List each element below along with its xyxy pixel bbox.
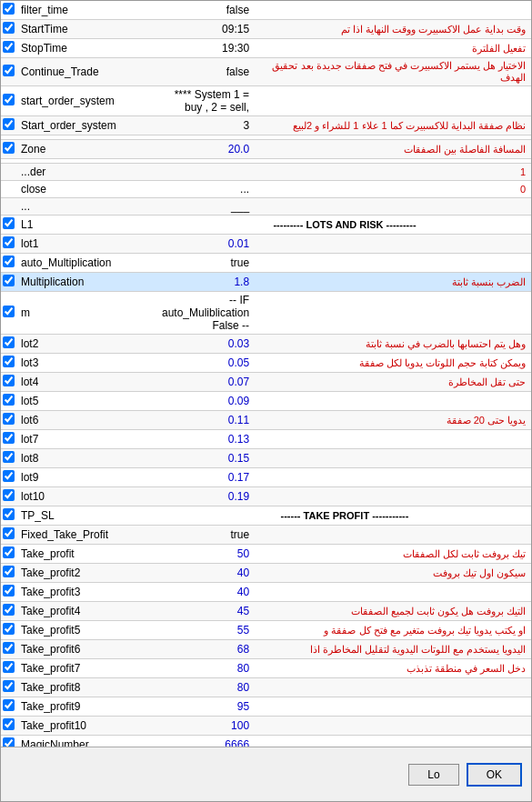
row-value[interactable]: true xyxy=(158,254,253,273)
row-value[interactable]: 55 xyxy=(158,621,253,640)
row-value[interactable]: 40 xyxy=(158,564,253,583)
row-name: Take_profit8 xyxy=(17,678,158,697)
row-checkbox[interactable] xyxy=(3,566,15,577)
row-description xyxy=(253,235,531,254)
row-checkbox[interactable] xyxy=(3,470,15,482)
ok-button[interactable]: OK xyxy=(467,763,522,787)
row-checkbox[interactable] xyxy=(3,394,15,406)
row-value[interactable]: 6666 xyxy=(158,736,253,747)
row-checkbox[interactable] xyxy=(3,3,15,15)
row-checkbox[interactable] xyxy=(3,508,15,520)
row-checkbox-cell xyxy=(1,39,17,58)
row-value[interactable]: 68 xyxy=(158,640,253,659)
row-value[interactable]: ------ TAKE PROFIT ----------- xyxy=(158,506,531,526)
row-name: Take_profit9 xyxy=(17,697,158,717)
row-checkbox[interactable] xyxy=(3,142,15,154)
row-checkbox[interactable] xyxy=(3,718,15,730)
row-checkbox[interactable] xyxy=(3,451,15,463)
row-value[interactable]: 45 xyxy=(158,602,253,621)
row-value[interactable]: true xyxy=(158,526,253,545)
row-value[interactable]: 1.8 xyxy=(158,273,253,292)
row-value[interactable]: 0.07 xyxy=(158,373,253,392)
row-checkbox[interactable] xyxy=(3,413,15,425)
row-value[interactable]: 09:15 xyxy=(158,20,253,39)
row-description: نظام صفقة البداية للاكسبيرت كما 1 علاء 1… xyxy=(253,116,531,135)
row-checkbox-cell xyxy=(1,640,17,659)
row-description xyxy=(253,526,531,545)
row-checkbox-cell xyxy=(1,335,17,354)
row-checkbox-cell xyxy=(1,736,17,747)
row-checkbox[interactable] xyxy=(3,336,15,348)
row-name: ...der xyxy=(17,164,158,181)
row-value[interactable]: false xyxy=(158,58,253,86)
row-value[interactable]: 0.03 xyxy=(158,335,253,354)
row-value[interactable]: ... xyxy=(158,181,253,198)
row-checkbox-cell xyxy=(1,20,17,39)
row-checkbox[interactable] xyxy=(3,489,15,501)
row-value[interactable] xyxy=(158,164,253,181)
row-value[interactable]: 0.05 xyxy=(158,354,253,373)
row-checkbox[interactable] xyxy=(3,356,15,367)
row-name: Take_profit2 xyxy=(17,564,158,583)
row-value[interactable]: ___ xyxy=(158,198,253,216)
row-checkbox-cell xyxy=(1,273,17,292)
row-checkbox[interactable] xyxy=(3,546,15,558)
row-value[interactable]: 0.13 xyxy=(158,430,253,449)
row-description xyxy=(253,583,531,602)
row-checkbox[interactable] xyxy=(3,275,15,286)
row-value[interactable]: 3 xyxy=(158,116,253,135)
row-checkbox[interactable] xyxy=(3,661,15,673)
row-checkbox-cell xyxy=(1,235,17,254)
row-checkbox[interactable] xyxy=(3,680,15,692)
row-value[interactable]: false xyxy=(158,1,253,20)
settings-scroll-area[interactable]: filter_timefalseStartTime09:15وقت بداية … xyxy=(1,1,531,747)
row-checkbox-cell xyxy=(1,697,17,717)
row-checkbox[interactable] xyxy=(3,432,15,444)
row-value[interactable]: 19:30 xyxy=(158,39,253,58)
row-description xyxy=(253,697,531,717)
row-checkbox[interactable] xyxy=(3,699,15,711)
row-checkbox[interactable] xyxy=(3,604,15,616)
row-checkbox[interactable] xyxy=(3,94,15,105)
row-description: يدويا حتى 20 صفقة xyxy=(253,411,531,430)
row-checkbox[interactable] xyxy=(3,65,15,76)
row-value[interactable]: 20.0 xyxy=(158,140,253,159)
row-checkbox[interactable] xyxy=(3,737,15,747)
row-value[interactable]: 0.17 xyxy=(158,468,253,487)
row-value[interactable]: 80 xyxy=(158,659,253,678)
row-value[interactable]: **** System 1 = buy , 2 = sell, xyxy=(158,86,253,116)
row-value[interactable]: -- IF auto_Muliblication False -- xyxy=(158,292,253,335)
row-checkbox[interactable] xyxy=(3,623,15,635)
row-checkbox[interactable] xyxy=(3,22,15,34)
row-checkbox-cell xyxy=(1,545,17,564)
row-value[interactable]: 0.15 xyxy=(158,449,253,468)
row-checkbox[interactable] xyxy=(3,118,15,130)
row-value[interactable]: 100 xyxy=(158,717,253,736)
row-checkbox[interactable] xyxy=(3,642,15,654)
row-value[interactable]: 0.19 xyxy=(158,487,253,506)
row-value[interactable]: 80 xyxy=(158,678,253,697)
row-checkbox[interactable] xyxy=(3,375,15,386)
row-value[interactable]: 0.01 xyxy=(158,235,253,254)
row-value[interactable]: 0.11 xyxy=(158,411,253,430)
row-checkbox[interactable] xyxy=(3,585,15,596)
row-name: L1 xyxy=(17,216,158,235)
row-name: Take_profit3 xyxy=(17,583,158,602)
row-checkbox-cell xyxy=(1,181,17,198)
row-checkbox[interactable] xyxy=(3,306,15,317)
row-value[interactable]: 40 xyxy=(158,583,253,602)
row-name: Multiplication xyxy=(17,273,158,292)
row-description: ويمكن كتابة حجم اللوتات يدويا لكل صفقة xyxy=(253,354,531,373)
row-checkbox[interactable] xyxy=(3,256,15,267)
row-checkbox[interactable] xyxy=(3,41,15,53)
row-value[interactable]: 95 xyxy=(158,697,253,717)
row-name: ... xyxy=(17,198,158,216)
lo-button[interactable]: Lo xyxy=(408,764,458,786)
row-checkbox[interactable] xyxy=(3,527,15,539)
row-checkbox[interactable] xyxy=(3,236,15,248)
row-value[interactable]: 50 xyxy=(158,545,253,564)
row-checkbox[interactable] xyxy=(3,217,15,229)
row-name: Zone xyxy=(17,140,158,159)
row-value[interactable]: --------- LOTS AND RISK --------- xyxy=(158,216,531,235)
row-value[interactable]: 0.09 xyxy=(158,392,253,411)
